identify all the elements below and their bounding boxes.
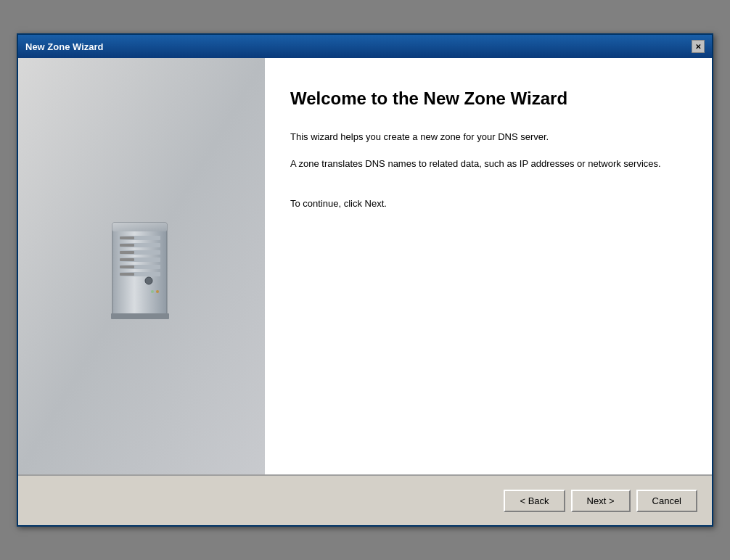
- svg-rect-13: [120, 273, 134, 276]
- wizard-window: New Zone Wizard ✕: [17, 33, 713, 527]
- svg-rect-11: [120, 258, 134, 261]
- svg-rect-1: [112, 223, 167, 231]
- right-panel: Welcome to the New Zone Wizard This wiza…: [265, 58, 712, 474]
- svg-rect-17: [111, 313, 169, 319]
- wizard-title: Welcome to the New Zone Wizard: [290, 87, 686, 110]
- window-title: New Zone Wizard: [25, 41, 104, 52]
- server-icon: [98, 208, 185, 324]
- svg-rect-12: [120, 265, 134, 268]
- continue-text: To continue, click Next.: [290, 198, 686, 209]
- title-bar-controls: ✕: [692, 40, 705, 53]
- footer: < Back Next > Cancel: [18, 474, 712, 525]
- window-content: Welcome to the New Zone Wizard This wiza…: [18, 58, 712, 474]
- close-button[interactable]: ✕: [692, 40, 705, 53]
- back-button[interactable]: < Back: [504, 490, 565, 512]
- left-panel: [18, 58, 265, 474]
- description-paragraph-2: A zone translates DNS names to related d…: [290, 157, 686, 172]
- svg-point-14: [145, 277, 152, 284]
- svg-point-15: [151, 290, 154, 293]
- title-bar: New Zone Wizard ✕: [18, 35, 712, 58]
- svg-rect-8: [120, 236, 134, 239]
- next-button[interactable]: Next >: [571, 490, 631, 512]
- description-paragraph-1: This wizard helps you create a new zone …: [290, 130, 686, 145]
- svg-rect-10: [120, 251, 134, 254]
- svg-point-16: [156, 290, 159, 293]
- cancel-button[interactable]: Cancel: [636, 490, 697, 512]
- svg-rect-9: [120, 244, 134, 247]
